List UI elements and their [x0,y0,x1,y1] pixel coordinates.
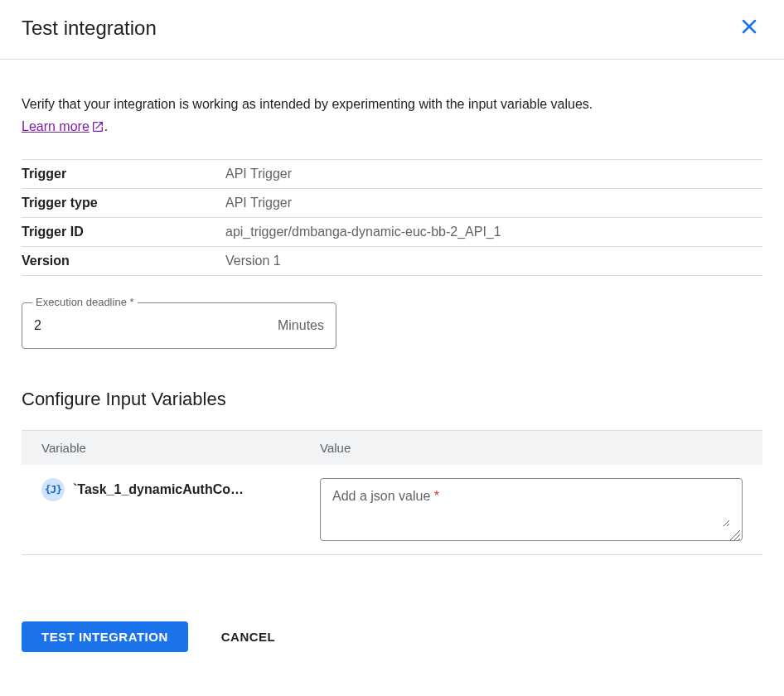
json-value-field: Add a json value * [320,478,743,541]
description-prefix: Verify that your integration is working … [22,97,593,111]
json-type-icon: {J} [41,478,65,501]
table-row: Trigger API Trigger [22,159,762,188]
trigger-type-value: API Trigger [225,188,762,217]
close-button[interactable] [736,13,762,42]
execution-deadline-field: Execution deadline * Minutes [22,302,336,349]
external-link-icon [91,116,104,138]
learn-more-label: Learn more [22,119,90,133]
trigger-details-table: Trigger API Trigger Trigger type API Tri… [22,159,762,276]
variable-row: {J} `Task_1_dynamicAuthCo… Add a json va… [22,465,762,554]
trigger-label: Trigger [22,159,225,188]
variables-header: Variable Value [22,431,762,465]
learn-more-link[interactable]: Learn more [22,119,104,133]
close-icon [739,17,759,39]
configure-input-variables-title: Configure Input Variables [22,389,762,410]
description-suffix: . [104,119,108,133]
dialog-content: Verify that your integration is working … [0,60,784,674]
trigger-id-label: Trigger ID [22,217,225,246]
version-value: Version 1 [225,246,762,275]
execution-deadline-label: Execution deadline * [32,296,138,308]
json-value-input[interactable] [332,489,730,527]
table-row: Trigger type API Trigger [22,188,762,217]
execution-deadline-input[interactable] [22,318,278,333]
variables-table: Variable Value {J} `Task_1_dynamicAuthCo… [22,430,762,555]
value-column-header: Value [320,441,762,455]
description-text: Verify that your integration is working … [22,93,618,139]
cancel-button[interactable]: CANCEL [215,621,283,652]
variable-column-header: Variable [22,441,320,455]
trigger-id-value: api_trigger/dmbanga-dynamic-euc-bb-2_API… [225,217,762,246]
variable-name: `Task_1_dynamicAuthCo… [73,482,244,497]
dialog-actions: TEST INTEGRATION CANCEL [22,621,762,674]
trigger-value: API Trigger [225,159,762,188]
execution-deadline-suffix: Minutes [278,318,336,333]
test-integration-button[interactable]: TEST INTEGRATION [22,621,188,652]
trigger-type-label: Trigger type [22,188,225,217]
dialog-title: Test integration [22,17,157,40]
resize-handle-icon [730,529,740,539]
table-row: Version Version 1 [22,246,762,275]
version-label: Version [22,246,225,275]
dialog-header: Test integration [0,0,784,60]
table-row: Trigger ID api_trigger/dmbanga-dynamic-e… [22,217,762,246]
